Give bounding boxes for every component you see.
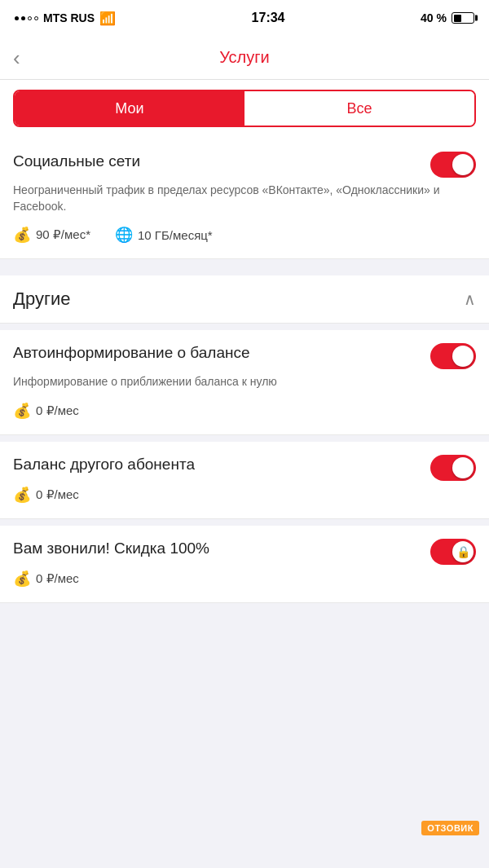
price-value-callback: 0 ₽/мес	[36, 571, 79, 586]
service-title-social: Социальные сети	[13, 152, 430, 172]
price-icon-balance: 💰	[13, 486, 31, 504]
price-value-social: 90 ₽/мес*	[36, 227, 90, 242]
battery-percent: 40 %	[421, 11, 447, 24]
segment-all[interactable]: Все	[244, 91, 474, 126]
carrier-label: MTS RUS	[43, 11, 95, 24]
service-desc-social: Неограниченный трафик в пределах ресурсо…	[13, 183, 476, 214]
toggle-knob-balance	[452, 457, 474, 478]
battery-icon	[452, 12, 474, 24]
status-bar: MTS RUS 📶 17:34 40 %	[0, 0, 489, 36]
toggle-knob-lock-callback: 🔒	[452, 541, 474, 562]
battery-fill	[454, 15, 461, 22]
service-header: Социальные сети	[13, 152, 476, 178]
price-icon-autoinfo: 💰	[13, 402, 31, 420]
service-desc-autoinfo: Информирование о приближении баланса к н…	[13, 374, 476, 390]
service-header-balance: Баланс другого абонента	[13, 455, 476, 481]
page-title: Услуги	[219, 48, 270, 67]
status-right: 40 %	[421, 11, 474, 24]
service-title-callback: Вам звонили! Скидка 100%	[13, 539, 430, 559]
lock-icon: 🔒	[456, 545, 470, 558]
price-value-autoinfo: 0 ₽/мес	[36, 403, 79, 418]
chevron-up-icon: ∧	[464, 289, 476, 309]
service-title-balance: Баланс другого абонента	[13, 455, 430, 475]
price-item-balance: 💰 0 ₽/мес	[13, 486, 79, 504]
wifi-icon: 📶	[99, 11, 116, 26]
toggle-social[interactable]	[430, 152, 476, 178]
price-icon-callback: 💰	[13, 570, 31, 588]
price-item-autoinfo: 💰 0 ₽/мес	[13, 402, 79, 420]
section-gap-1	[0, 259, 489, 275]
toggle-knob-social	[452, 154, 474, 175]
price-value-balance: 0 ₽/мес	[36, 487, 79, 502]
clock: 17:34	[252, 11, 285, 25]
watermark: ОТЗОВИК	[421, 821, 479, 835]
service-card-autoinfo: Автоинформирование о балансе Информирова…	[0, 330, 489, 435]
signal-icon	[15, 16, 38, 20]
service-title-autoinfo: Автоинформирование о балансе	[13, 343, 430, 364]
price-item-callback: 💰 0 ₽/мес	[13, 570, 79, 588]
service-meta-callback: 💰 0 ₽/мес	[13, 570, 476, 588]
toggle-callback[interactable]: 🔒	[430, 539, 476, 565]
globe-icon-social: 🌐	[115, 226, 133, 244]
back-button[interactable]: ‹	[13, 47, 20, 68]
separator-3	[0, 519, 489, 526]
data-item-social: 🌐 10 ГБ/месяц*	[115, 226, 213, 244]
toggle-balance[interactable]	[430, 455, 476, 481]
service-meta-autoinfo: 💰 0 ₽/мес	[13, 402, 476, 420]
price-icon-social: 💰	[13, 226, 31, 244]
service-card-callback: Вам звонили! Скидка 100% 🔒 💰 0 ₽/мес	[0, 526, 489, 603]
nav-bar: ‹ Услуги	[0, 36, 489, 80]
toggle-autoinfo[interactable]	[430, 343, 476, 369]
segment-container: Мои Все	[0, 80, 489, 139]
segment-control: Мои Все	[13, 90, 476, 127]
data-value-social: 10 ГБ/месяц*	[138, 228, 213, 242]
toggle-knob-autoinfo	[452, 346, 474, 367]
service-header-autoinfo: Автоинформирование о балансе	[13, 343, 476, 369]
price-item-social: 💰 90 ₽/мес*	[13, 226, 90, 244]
service-meta-balance: 💰 0 ₽/мес	[13, 486, 476, 504]
service-card-balance: Баланс другого абонента 💰 0 ₽/мес	[0, 442, 489, 519]
service-meta-social: 💰 90 ₽/мес* 🌐 10 ГБ/месяц*	[13, 226, 476, 244]
service-card-social: Социальные сети Неограниченный трафик в …	[0, 139, 489, 259]
separator-1	[0, 324, 489, 330]
section-other-header[interactable]: Другие ∧	[0, 275, 489, 324]
service-header-callback: Вам звонили! Скидка 100% 🔒	[13, 539, 476, 565]
status-left: MTS RUS 📶	[15, 11, 116, 26]
separator-2	[0, 435, 489, 442]
section-other-title: Другие	[13, 289, 70, 310]
segment-mine[interactable]: Мои	[15, 91, 244, 126]
